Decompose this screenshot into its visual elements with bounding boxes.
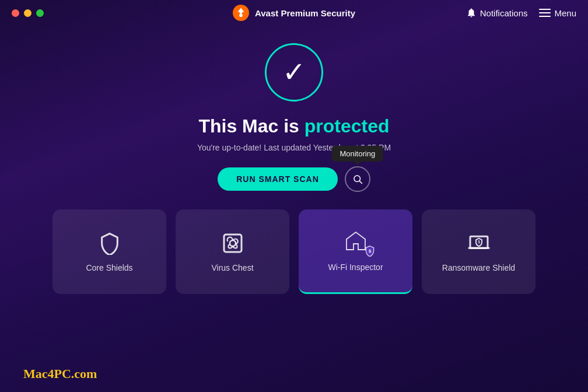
card-wifi-inspector[interactable]: $ Wi-Fi Inspector [299,209,412,294]
svg-rect-3 [539,12,551,13]
laptop-shield-icon: $ [467,232,491,255]
menu-label: Menu [554,8,576,18]
card-virus-chest[interactable]: Virus Chest [176,209,289,294]
monitoring-tooltip: Monitoring [331,146,383,162]
hamburger-icon [539,9,551,17]
menu-button[interactable]: Menu [539,8,576,18]
run-smart-scan-button[interactable]: RUN SMART SCAN [218,167,338,191]
checkmark-icon: ✓ [282,58,306,86]
status-heading: This Mac is protected [198,116,389,137]
search-button[interactable] [345,166,370,192]
action-row: RUN SMART SCAN Monitoring [218,166,370,192]
minimize-button[interactable] [24,9,32,17]
status-highlight: protected [304,116,390,136]
svg-point-1 [239,13,243,17]
card-core-shields-label: Core Shields [86,263,132,272]
card-core-shields[interactable]: Core Shields [52,209,166,294]
status-circle: ✓ [265,43,323,102]
svg-rect-4 [539,16,551,17]
wifi-shield-icon-wrapper: $ [343,230,369,254]
svg-line-6 [359,181,362,183]
svg-point-8 [230,240,236,246]
card-ransomware-shield-label: Ransomware Shield [442,263,515,272]
titlebar: Avast Premium Security Notifications Men… [0,0,588,26]
shield-badge-icon: $ [364,245,376,257]
card-virus-chest-label: Virus Chest [211,263,253,272]
card-wifi-inspector-label: Wi-Fi Inspector [328,262,383,272]
card-ransomware-shield[interactable]: $ Ransomware Shield [422,209,536,294]
svg-rect-7 [224,235,242,252]
notifications-button[interactable]: Notifications [466,8,528,18]
svg-text:$: $ [478,240,480,244]
status-prefix: This Mac is [198,116,304,136]
titlebar-center: Avast Premium Security [233,5,355,21]
close-button[interactable] [12,9,19,17]
bell-icon [466,8,477,18]
biohazard-icon [221,232,244,255]
maximize-button[interactable] [36,9,44,17]
traffic-lights [12,9,44,17]
notifications-label: Notifications [480,8,528,18]
shield-icon [98,232,121,255]
search-icon [352,174,363,184]
main-content: ✓ This Mac is protected You're up-to-dat… [0,26,588,294]
watermark: Mac4PC.com [23,366,97,382]
svg-rect-2 [539,9,551,10]
search-button-wrapper: Monitoring [345,166,370,192]
avast-logo-icon [233,5,249,21]
feature-cards-row: Core Shields Virus Chest [29,209,559,294]
app-title: Avast Premium Security [255,8,355,18]
titlebar-right: Notifications Menu [466,8,576,18]
